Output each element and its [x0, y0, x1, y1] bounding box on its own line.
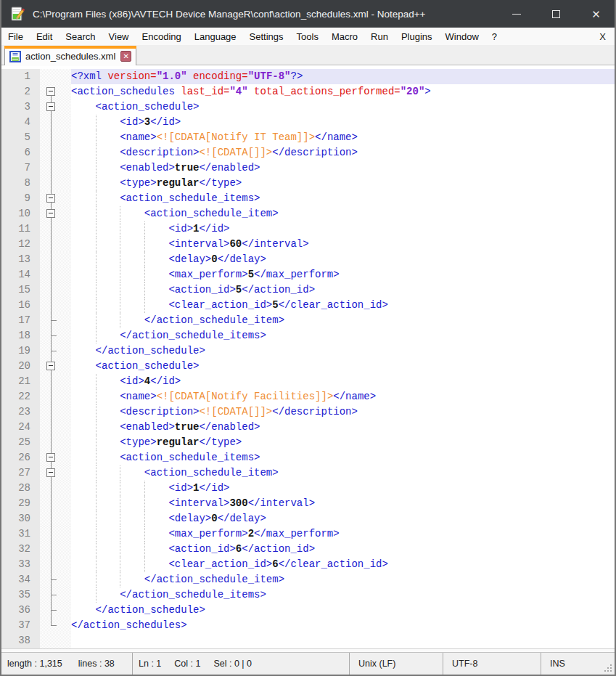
code-text[interactable]: <description><![CDATA[]]></description>	[71, 145, 615, 160]
code-text[interactable]: <?xml version="1.0" encoding="UTF-8"?>	[71, 69, 615, 84]
code-line[interactable]: 29 <interval>300</interval>	[1, 496, 615, 511]
code-line[interactable]: 26 <action_schedule_items>	[1, 450, 615, 465]
code-text[interactable]: <interval>300</interval>	[71, 496, 615, 511]
code-text[interactable]: </action_schedules>	[71, 618, 615, 633]
code-line[interactable]: 38	[1, 633, 615, 648]
code-line[interactable]: 19 </action_schedule>	[1, 343, 615, 359]
code-text[interactable]: <clear_action_id>6</clear_action_id>	[71, 557, 615, 572]
code-line[interactable]: 30 <delay>0</delay>	[1, 511, 615, 526]
line-number[interactable]: 38	[1, 633, 40, 648]
line-number[interactable]: 21	[1, 374, 40, 389]
line-number[interactable]: 19	[1, 343, 40, 359]
close-button[interactable]: ✕	[576, 0, 616, 28]
code-text[interactable]: <delay>0</delay>	[71, 511, 615, 526]
line-number[interactable]: 15	[1, 282, 40, 298]
line-number[interactable]: 35	[1, 587, 40, 603]
menu-item-edit[interactable]: Edit	[30, 28, 59, 45]
menu-item-view[interactable]: View	[102, 28, 136, 45]
code-text[interactable]: </action_schedule_items>	[71, 587, 615, 603]
code-text[interactable]: </action_schedule>	[71, 343, 615, 359]
line-number[interactable]: 4	[1, 115, 40, 130]
code-line[interactable]: 31 <max_perform>2</max_perform>	[1, 526, 615, 542]
code-line[interactable]: 35 </action_schedule_items>	[1, 587, 615, 603]
code-text[interactable]: <name><![CDATA[Notify Facilities]]></nam…	[71, 389, 615, 404]
code-line[interactable]: 9 <action_schedule_items>	[1, 191, 615, 206]
code-text[interactable]: <action_schedule_items>	[71, 450, 615, 465]
line-number[interactable]: 14	[1, 267, 40, 282]
tab-close-icon[interactable]: ✕	[120, 51, 131, 62]
menu-item-encoding[interactable]: Encoding	[136, 28, 188, 45]
line-number[interactable]: 33	[1, 557, 40, 572]
fold-minus-icon[interactable]	[46, 209, 55, 218]
resize-grip-icon[interactable]	[604, 664, 606, 666]
code-text[interactable]: <id>1</id>	[71, 481, 615, 496]
fold-collapse-marker[interactable]	[40, 359, 71, 374]
status-caret-position[interactable]: Ln : 1 Col : 1 Sel : 0 | 0	[132, 653, 349, 675]
status-eol-format[interactable]: Unix (LF)	[349, 653, 443, 675]
code-line[interactable]: 36 </action_schedule>	[1, 603, 615, 618]
menu-item-file[interactable]: File	[1, 28, 30, 45]
menu-item-language[interactable]: Language	[188, 28, 243, 45]
line-number[interactable]: 22	[1, 389, 40, 404]
editor-area[interactable]: 1<?xml version="1.0" encoding="UTF-8"?>2…	[1, 65, 615, 648]
code-line[interactable]: 12 <interval>60</interval>	[1, 237, 615, 252]
line-number[interactable]: 11	[1, 221, 40, 237]
fold-collapse-marker[interactable]	[40, 191, 71, 206]
code-text[interactable]: <id>4</id>	[71, 374, 615, 389]
fold-collapse-marker[interactable]	[40, 84, 71, 99]
code-text[interactable]: <name><![CDATA[Notify IT Team]]></name>	[71, 130, 615, 145]
document-close-button[interactable]: X	[591, 31, 615, 42]
code-line[interactable]: 23 <description><![CDATA[]]></descriptio…	[1, 404, 615, 420]
fold-collapse-marker[interactable]	[40, 450, 71, 465]
code-text[interactable]: </action_schedule>	[71, 603, 615, 618]
menu-item-plugins[interactable]: Plugins	[395, 28, 439, 45]
code-line[interactable]: 5 <name><![CDATA[Notify IT Team]]></name…	[1, 130, 615, 145]
code-text[interactable]: </action_schedule_item>	[71, 313, 615, 328]
fold-minus-icon[interactable]	[46, 468, 55, 477]
code-text[interactable]: <id>1</id>	[71, 221, 615, 237]
code-text[interactable]: <max_perform>5</max_perform>	[71, 267, 615, 282]
code-text[interactable]: <interval>60</interval>	[71, 237, 615, 252]
line-number[interactable]: 16	[1, 298, 40, 313]
line-number[interactable]: 12	[1, 237, 40, 252]
maximize-button[interactable]	[536, 0, 576, 28]
line-number[interactable]: 36	[1, 603, 40, 618]
code-line[interactable]: 33 <clear_action_id>6</clear_action_id>	[1, 557, 615, 572]
code-text[interactable]: <id>3</id>	[71, 115, 615, 130]
menu-item-window[interactable]: Window	[439, 28, 485, 45]
fold-minus-icon[interactable]	[46, 102, 55, 111]
line-number[interactable]: 13	[1, 252, 40, 267]
line-number[interactable]: 1	[1, 69, 40, 84]
code-text[interactable]: <clear_action_id>5</clear_action_id>	[71, 298, 615, 313]
menu-item-[interactable]: ?	[485, 28, 504, 45]
line-number[interactable]: 31	[1, 526, 40, 542]
code-text[interactable]: <action_id>5</action_id>	[71, 282, 615, 298]
code-text[interactable]: <delay>0</delay>	[71, 252, 615, 267]
code-line[interactable]: 28 <id>1</id>	[1, 481, 615, 496]
line-number[interactable]: 10	[1, 206, 40, 221]
menu-item-settings[interactable]: Settings	[243, 28, 290, 45]
line-number[interactable]: 3	[1, 99, 40, 115]
fold-minus-icon[interactable]	[46, 362, 55, 370]
tab-action-schedules-xml[interactable]: action_schedules.xml ✕	[4, 46, 136, 65]
line-number[interactable]: 27	[1, 465, 40, 481]
menu-item-search[interactable]: Search	[59, 28, 102, 45]
line-number[interactable]: 18	[1, 328, 40, 343]
code-line[interactable]: 37</action_schedules>	[1, 618, 615, 633]
code-line[interactable]: 24 <enabled>true</enabled>	[1, 420, 615, 435]
line-number[interactable]: 7	[1, 160, 40, 176]
code-line[interactable]: 25 <type>regular</type>	[1, 435, 615, 450]
code-text[interactable]: <action_schedules last_id="4" total_acti…	[71, 84, 615, 99]
code-line[interactable]: 34 </action_schedule_item>	[1, 572, 615, 587]
line-number[interactable]: 28	[1, 481, 40, 496]
status-insert-mode[interactable]: INS	[541, 653, 615, 675]
menu-item-tools[interactable]: Tools	[290, 28, 325, 45]
line-number[interactable]: 8	[1, 176, 40, 191]
code-text[interactable]: <action_schedule_item>	[71, 206, 615, 221]
code-line[interactable]: 20 <action_schedule>	[1, 359, 615, 374]
code-line[interactable]: 18 </action_schedule_items>	[1, 328, 615, 343]
code-line[interactable]: 32 <action_id>6</action_id>	[1, 542, 615, 557]
line-number[interactable]: 2	[1, 84, 40, 99]
code-line[interactable]: 10 <action_schedule_item>	[1, 206, 615, 221]
line-number[interactable]: 5	[1, 130, 40, 145]
